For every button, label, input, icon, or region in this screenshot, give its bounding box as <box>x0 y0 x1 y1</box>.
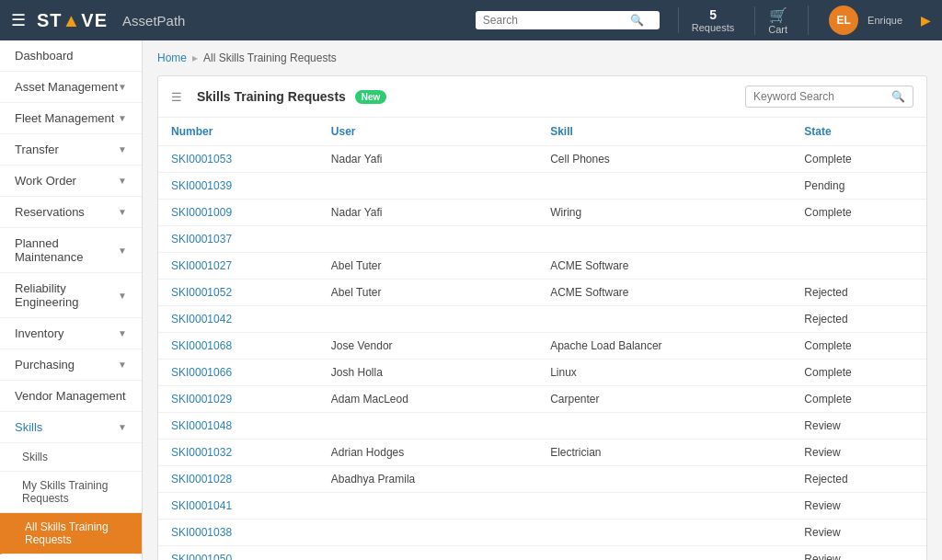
table-row[interactable]: SKI0001037 <box>158 226 926 253</box>
table-header-row: Number User Skill State <box>158 118 926 146</box>
table-row[interactable]: SKI0001052Abel TuterACME SoftwareRejecte… <box>158 280 926 306</box>
cell-skill: Carpenter <box>537 386 791 413</box>
user-nav-item[interactable]: EL Enrique <box>808 6 915 35</box>
cell-number[interactable]: SKI0001053 <box>158 146 318 173</box>
cell-state: Pending <box>791 173 926 200</box>
table-row[interactable]: SKI0001066Josh HollaLinuxComplete <box>158 360 926 386</box>
cell-state: Review <box>791 546 926 561</box>
sidebar-item-asset-management[interactable]: Asset Management ▼ <box>0 72 142 103</box>
sidebar-item-work-order[interactable]: Work Order ▼ <box>0 166 142 197</box>
cell-state: Rejected <box>791 306 926 333</box>
cell-state: Review <box>791 520 926 546</box>
training-requests-table: Number User Skill State SKI0001053Nadar … <box>158 118 926 560</box>
cell-user: Adrian Hodges <box>318 440 537 466</box>
cell-number[interactable]: SKI0001048 <box>158 413 318 440</box>
col-skill: Skill <box>537 118 791 146</box>
keyword-search-icon[interactable]: 🔍 <box>891 90 905 103</box>
cell-number[interactable]: SKI0001039 <box>158 173 318 200</box>
content-area: Home ▸ All Skills Training Requests ☰ Sk… <box>143 40 942 560</box>
col-state: State <box>791 118 926 146</box>
breadcrumb-separator: ▸ <box>192 51 198 64</box>
cell-user: Adam MacLeod <box>318 386 537 413</box>
sidebar-item-reservations[interactable]: Reservations ▼ <box>0 197 142 228</box>
breadcrumb-home[interactable]: Home <box>157 51 187 64</box>
sidebar-item-skills-parent[interactable]: Skills ▼ <box>0 412 142 443</box>
table-row[interactable]: SKI0001028Abadhya PramilaRejected <box>158 466 926 493</box>
table-row[interactable]: SKI0001050Review <box>158 546 926 561</box>
table-row[interactable]: SKI0001027Abel TuterACME Software <box>158 253 926 280</box>
cart-icon: 🛒 <box>769 6 787 24</box>
global-search-input[interactable] <box>483 14 630 27</box>
sidebar-item-fleet-management[interactable]: Fleet Management ▼ <box>0 103 142 134</box>
cell-number[interactable]: SKI0001066 <box>158 360 318 386</box>
sidebar-sub-item-skills[interactable]: Skills <box>0 443 142 472</box>
cell-user <box>318 173 537 200</box>
cell-number[interactable]: SKI0001038 <box>158 520 318 546</box>
table-row[interactable]: SKI0001029Adam MacLeodCarpenterComplete <box>158 386 926 413</box>
cell-skill <box>537 546 791 561</box>
cell-state: Review <box>791 413 926 440</box>
cell-user: Jose Vendor <box>318 333 537 360</box>
cell-skill <box>537 493 791 520</box>
sidebar-item-purchasing[interactable]: Purchasing ▼ <box>0 349 142 381</box>
new-badge[interactable]: New <box>355 90 387 104</box>
cell-skill <box>537 173 791 200</box>
table-row[interactable]: SKI0001009Nadar YafiWiringComplete <box>158 200 926 226</box>
cell-state: Complete <box>791 360 926 386</box>
cell-number[interactable]: SKI0001037 <box>158 226 318 253</box>
requests-nav-item[interactable]: 5 Requests <box>678 7 747 33</box>
keyword-search-input[interactable] <box>753 90 891 103</box>
cell-state: Review <box>791 493 926 520</box>
cell-number[interactable]: SKI0001041 <box>158 493 318 520</box>
cell-number[interactable]: SKI0001027 <box>158 253 318 280</box>
cell-number[interactable]: SKI0001028 <box>158 466 318 493</box>
cell-state: Complete <box>791 146 926 173</box>
cell-number[interactable]: SKI0001032 <box>158 440 318 466</box>
cell-user: Abel Tuter <box>318 280 537 306</box>
sidebar-item-inventory[interactable]: Inventory ▼ <box>0 318 142 349</box>
cell-number[interactable]: SKI0001052 <box>158 280 318 306</box>
global-search-icon[interactable]: 🔍 <box>630 14 644 27</box>
cell-skill: Cell Phones <box>537 146 791 173</box>
sidebar-sub-item-all-skills[interactable]: All Skills Training Requests <box>0 513 142 554</box>
table-row[interactable]: SKI0001032Adrian HodgesElectricianReview <box>158 440 926 466</box>
chevron-down-icon: ▼ <box>118 144 127 154</box>
cart-label: Cart <box>768 24 787 35</box>
sidebar-item-vendor-management[interactable]: Vendor Management <box>0 381 142 412</box>
cell-skill: Linux <box>537 360 791 386</box>
table-row[interactable]: SKI0001039Pending <box>158 173 926 200</box>
cell-state: Complete <box>791 333 926 360</box>
cell-number[interactable]: SKI0001009 <box>158 200 318 226</box>
table-row[interactable]: SKI0001041Review <box>158 493 926 520</box>
keyword-search-box: 🔍 <box>745 86 913 108</box>
sidebar-sub-item-my-skills[interactable]: My Skills Training Requests <box>0 472 142 513</box>
table-row[interactable]: SKI0001053Nadar YafiCell PhonesComplete <box>158 146 926 173</box>
table-row[interactable]: SKI0001048Review <box>158 413 926 440</box>
cell-skill: Wiring <box>537 200 791 226</box>
table-row[interactable]: SKI0001068Jose VendorApache Load Balance… <box>158 333 926 360</box>
sidebar-item-transfer[interactable]: Transfer ▼ <box>0 134 142 166</box>
cart-nav-item[interactable]: 🛒 Cart <box>754 6 800 35</box>
cell-number[interactable]: SKI0001068 <box>158 333 318 360</box>
panel-header: ☰ Skills Training Requests New 🔍 <box>158 76 926 118</box>
cell-user: Josh Holla <box>318 360 537 386</box>
table-row[interactable]: SKI0001038Review <box>158 520 926 546</box>
cell-number[interactable]: SKI0001042 <box>158 306 318 333</box>
user-dropdown-chevron[interactable]: ▶ <box>921 13 931 28</box>
cell-number[interactable]: SKI0001029 <box>158 386 318 413</box>
chevron-down-icon: ▼ <box>118 176 127 186</box>
chevron-down-icon: ▼ <box>118 328 127 338</box>
table-row[interactable]: SKI0001042Rejected <box>158 306 926 333</box>
top-nav: ☰ ST▲VE AssetPath 🔍 5 Requests 🛒 Cart EL… <box>0 0 942 40</box>
sidebar-item-dashboard[interactable]: Dashboard <box>0 40 142 72</box>
sidebar-item-planned-maintenance[interactable]: Planned Maintenance ▼ <box>0 228 142 273</box>
breadcrumb: Home ▸ All Skills Training Requests <box>157 51 927 64</box>
cell-skill <box>537 306 791 333</box>
chevron-down-icon: ▼ <box>118 291 127 301</box>
sidebar-item-reliability-engineering[interactable]: Reliability Engineering ▼ <box>0 273 142 318</box>
hamburger-icon[interactable]: ☰ <box>11 10 26 30</box>
cell-number[interactable]: SKI0001050 <box>158 546 318 561</box>
cell-skill <box>537 466 791 493</box>
cell-state: Complete <box>791 200 926 226</box>
sidebar-sub-item-new-skill[interactable]: New Skill Training Request <box>0 554 142 560</box>
